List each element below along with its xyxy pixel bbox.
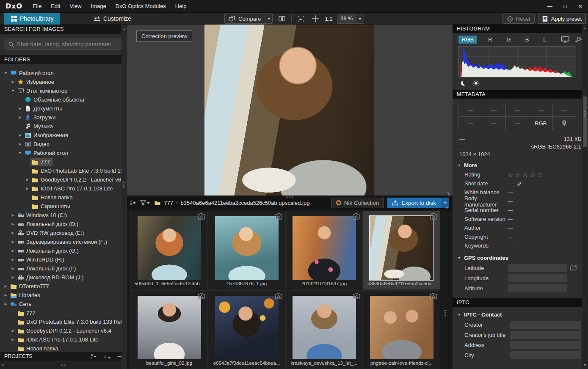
zoom-1to1-button[interactable]: 1:1 <box>325 16 332 22</box>
expander-closed-icon[interactable]: ▶ <box>10 249 16 253</box>
tab-customize[interactable]: Customize <box>87 13 138 25</box>
maximize-button[interactable]: ▢ <box>558 0 573 12</box>
tree-item[interactable]: ▼Этот компьютер <box>0 86 121 95</box>
nik-collection-button[interactable]: Nik Collection <box>331 198 384 208</box>
tree-item[interactable]: ▼Рабочий стол <box>0 69 121 77</box>
tab-photolibrary[interactable]: PhotoLibrary <box>4 13 60 25</box>
monitor-icon[interactable] <box>561 36 569 43</box>
panel-scrollbar-handle[interactable] <box>583 96 587 147</box>
filmstrip-panel-grip[interactable] <box>444 310 446 316</box>
iptc-contact-header[interactable]: ▼IPTC - Contact <box>453 307 588 319</box>
expander-closed-icon[interactable]: ▶ <box>10 258 16 262</box>
expander-closed-icon[interactable]: ▶ <box>17 107 23 110</box>
minimize-button[interactable]: — <box>542 0 558 12</box>
sidebar-splitter-grip[interactable] <box>123 182 124 188</box>
thumbnail-cell[interactable]: 20142110131847.jpg <box>285 211 363 289</box>
thumbnail-cell[interactable]: pngtree-pair-love-friends-cl... <box>363 290 440 369</box>
tree-item[interactable]: ▶Видео <box>0 140 121 149</box>
tree-item[interactable]: Новая папка <box>0 344 121 351</box>
tree-item[interactable]: ▶Libraries <box>0 291 121 300</box>
expander-closed-icon[interactable]: ▶ <box>10 240 16 244</box>
filter-button[interactable]: ▼ <box>140 200 150 206</box>
add-project-button[interactable]: +▼ <box>103 353 111 360</box>
highlight-clipping-sun-icon[interactable] <box>472 80 480 87</box>
current-folder-name[interactable]: 777 <box>164 200 173 206</box>
menu-item-edit[interactable]: Edit <box>46 3 65 9</box>
tree-item[interactable]: Скриншоты <box>0 202 121 211</box>
panel-scroll-down-icon[interactable]: ▼ <box>581 363 588 366</box>
tree-item[interactable]: ▶Дисковод BD-ROM (J:) <box>0 273 121 282</box>
tree-item[interactable]: 777 <box>0 308 121 317</box>
menu-item-view[interactable]: View <box>65 3 86 9</box>
menu-item-image[interactable]: Image <box>86 3 111 9</box>
thumbnail-image[interactable] <box>138 216 201 280</box>
expander-open-icon[interactable]: ▼ <box>3 71 9 74</box>
tree-item[interactable]: ▶Windows 10 (C:) <box>0 211 121 220</box>
expander-closed-icon[interactable]: ▶ <box>3 284 9 288</box>
search-input[interactable]: Shot date, rating, shooting parameter... <box>4 39 123 50</box>
tree-item[interactable]: ▶GoodbyeDPI 0.2.2 - Launcher v6.4 <box>0 175 121 184</box>
thumbnail-cell[interactable]: 509x600_1_6e552ac6c12cfbb... <box>130 211 208 289</box>
pan-icon[interactable] <box>310 14 320 24</box>
tree-item[interactable]: ▶Локальный диск (G:) <box>0 246 121 255</box>
tree-item[interactable]: ▼Рабочий стол <box>0 149 121 157</box>
thumbnail-image[interactable] <box>370 216 433 280</box>
right-panel-scrollbar[interactable]: ▼ ▼ <box>582 25 588 369</box>
thumbnail-cell[interactable]: beautiful_girls_02.jpg <box>130 290 208 369</box>
tree-item[interactable]: ▶Избранное <box>0 77 121 86</box>
map-icon[interactable] <box>570 265 577 271</box>
compare-dropdown[interactable]: ▼ <box>265 14 272 23</box>
address-input[interactable] <box>510 341 581 349</box>
shadow-clipping-moon-icon[interactable] <box>459 80 466 86</box>
filmstrip-splitter-grip[interactable] <box>286 196 293 198</box>
tree-item[interactable]: ▶WinToHDD (H:) <box>0 255 121 264</box>
gps-section-header[interactable]: ▼GPS coordinates <box>453 250 588 263</box>
preview-image[interactable] <box>204 25 374 196</box>
more-section-header[interactable]: ▼More <box>453 157 588 170</box>
longitude-input[interactable] <box>508 274 567 282</box>
tree-item[interactable]: DxO PhotoLab Elite 7.3.0 build 133 Re <box>0 166 121 175</box>
expander-open-icon[interactable]: ▼ <box>17 151 23 154</box>
fit-screen-icon[interactable] <box>296 14 306 24</box>
tree-item[interactable]: ▶IObit ASC Pro 17.0.1.108 Lite <box>0 335 121 344</box>
tree-item[interactable]: 777 <box>0 157 121 166</box>
tree-item[interactable]: ▶Сеть <box>0 300 121 308</box>
reset-button[interactable]: Reset <box>502 14 535 24</box>
thumbnail-cell[interactable]: b3540a6e6a4211eeba2cceda... <box>363 211 440 289</box>
tree-item[interactable]: ▶Локальный диск (D:) <box>0 220 121 229</box>
expander-closed-icon[interactable]: ▶ <box>24 178 30 182</box>
expander-closed-icon[interactable]: ▶ <box>10 338 16 341</box>
rating-stars[interactable]: ☆☆☆☆☆ <box>508 171 544 179</box>
thumbnail-cell[interactable]: 1570367678_1.jpg <box>208 211 285 289</box>
expander-closed-icon[interactable]: ▶ <box>10 231 16 235</box>
filmstrip-sort-button[interactable]: az▼ <box>130 200 136 205</box>
expander-closed-icon[interactable]: ▶ <box>24 187 30 190</box>
close-button[interactable]: ✕ <box>573 0 588 12</box>
channel-tab-r[interactable]: R <box>485 36 495 44</box>
thumbnail-image[interactable] <box>215 296 279 359</box>
expander-closed-icon[interactable]: ▶ <box>17 133 23 137</box>
expander-closed-icon[interactable]: ▶ <box>17 116 23 119</box>
expander-closed-icon[interactable]: ▶ <box>3 293 9 297</box>
channel-tab-rgb[interactable]: RGB <box>458 36 477 44</box>
thumbnail-cell[interactable]: e0543a7f3dce11eeac54baea... <box>208 290 285 369</box>
side-by-side-icon[interactable] <box>277 14 287 24</box>
tree-item[interactable]: DxO PhotoLab Elite 7.3.0 build 133 RePac… <box>0 317 121 326</box>
thumbnail-image[interactable] <box>370 296 433 359</box>
zoom-level-select[interactable]: 39 % ▼ <box>337 14 364 24</box>
filmstrip-collapse-icon[interactable]: ▼ <box>445 207 448 209</box>
expander-closed-icon[interactable]: ▶ <box>10 275 16 279</box>
sidebar-vertical-scrollbar[interactable]: ▼ <box>121 25 127 369</box>
expander-closed-icon[interactable]: ▶ <box>10 267 16 270</box>
menu-item-dxo-optics-modules[interactable]: DxO Optics Modules <box>111 3 171 9</box>
edit-pencil-icon[interactable] <box>516 181 522 186</box>
thumbnail-image[interactable] <box>215 216 279 280</box>
right-panel-grip[interactable] <box>584 111 585 117</box>
apply-preset-button[interactable]: Apply preset <box>538 14 586 24</box>
creator-input[interactable] <box>510 321 581 329</box>
tree-item[interactable]: ▶Локальный диск (I:) <box>0 264 121 273</box>
soft-proofing-icon[interactable] <box>574 36 582 43</box>
zoom-level-dropdown[interactable]: ▼ <box>356 14 364 23</box>
scroll-left-icon[interactable]: ▼ <box>2 363 5 366</box>
tree-item[interactable]: ▶Изображения <box>0 131 121 140</box>
